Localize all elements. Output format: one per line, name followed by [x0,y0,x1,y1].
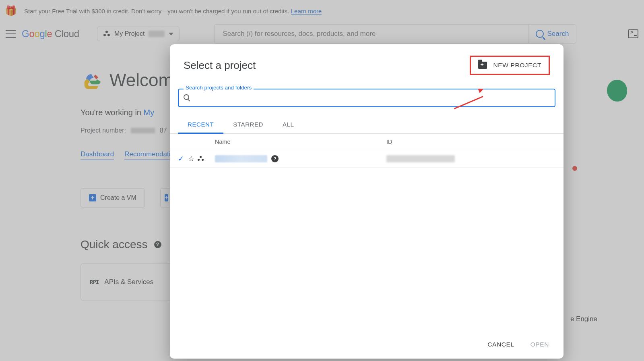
star-icon[interactable]: ☆ [188,154,194,163]
project-search-input[interactable] [178,89,555,107]
col-id: ID [386,139,555,145]
redacted-project-id [386,155,455,162]
check-icon: ✓ [178,154,184,163]
tab-all[interactable]: ALL [273,116,304,133]
search-field-label: Search projects and folders [184,85,254,91]
select-project-modal: Select a project NEW PROJECT Search proj… [170,44,564,359]
new-project-button[interactable]: NEW PROJECT [470,56,550,75]
search-icon [184,94,189,100]
project-icon [198,156,205,162]
modal-tabs: RECENT STARRED ALL [170,116,564,134]
redacted-project-name [215,155,267,162]
modal-header: Select a project NEW PROJECT [170,44,564,83]
cancel-button[interactable]: CANCEL [487,341,514,348]
new-folder-icon [478,62,487,69]
annotation-arrow [452,96,483,97]
col-name: Name [215,139,386,145]
tab-recent[interactable]: RECENT [178,116,223,134]
project-search-field: Search projects and folders [178,89,555,107]
help-icon[interactable]: ? [271,155,279,162]
open-button[interactable]: OPEN [530,341,549,348]
tab-starred[interactable]: STARRED [223,116,273,133]
modal-title: Select a project [184,59,256,72]
modal-footer: CANCEL OPEN [170,333,564,359]
project-row[interactable]: ✓ ☆ ? [170,150,564,168]
project-table-header: Name ID [170,134,564,150]
